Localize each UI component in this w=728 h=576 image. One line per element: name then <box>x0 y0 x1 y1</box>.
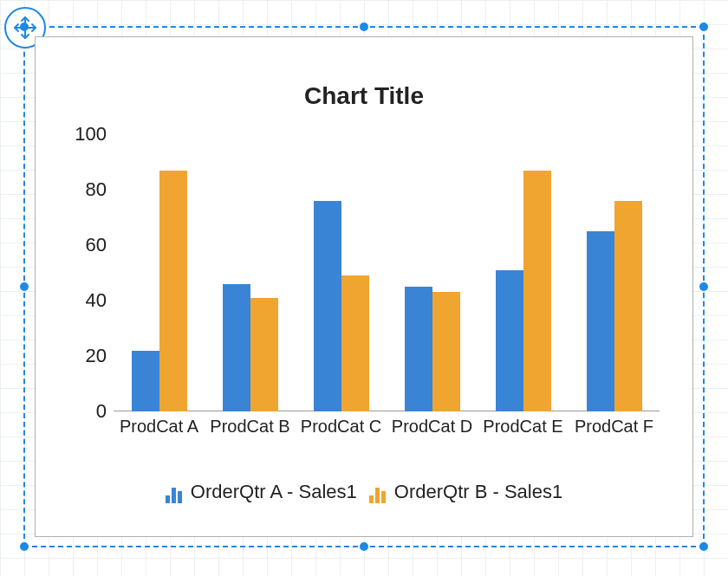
bar-group <box>478 134 569 411</box>
resize-handle-bottom-left[interactable] <box>20 542 29 551</box>
bar-chart-icon <box>369 486 386 503</box>
bar[interactable] <box>250 298 278 411</box>
x-tick-label: ProdCat D <box>387 417 478 437</box>
bar[interactable] <box>614 201 642 411</box>
resize-handle-top-right[interactable] <box>699 23 708 31</box>
y-tick-label: 100 <box>75 123 107 146</box>
legend-item-0[interactable]: OrderQtr A - Sales1 <box>166 481 357 503</box>
y-tick-label: 40 <box>86 289 107 312</box>
legend-label: OrderQtr B - Sales1 <box>394 481 562 503</box>
bar-group <box>387 134 478 411</box>
resize-handle-bottom-right[interactable] <box>699 542 708 551</box>
chart-plot: 020406080100 ProdCat AProdCat BProdCat C… <box>114 134 660 429</box>
bar[interactable] <box>159 171 187 411</box>
bar-group <box>296 134 387 411</box>
bar[interactable] <box>405 287 432 411</box>
bar-group <box>569 134 660 411</box>
legend: OrderQtr A - Sales1 OrderQtr B - Sales1 <box>36 481 692 503</box>
resize-handle-right[interactable] <box>699 282 708 291</box>
y-tick-label: 20 <box>86 345 107 367</box>
x-tick-label: ProdCat E <box>478 417 569 437</box>
bar[interactable] <box>523 171 551 411</box>
bar[interactable] <box>314 201 341 411</box>
legend-item-1[interactable]: OrderQtr B - Sales1 <box>369 481 562 503</box>
y-tick-label: 0 <box>96 400 107 423</box>
bar[interactable] <box>132 351 159 411</box>
x-tick-label: ProdCat F <box>569 417 660 437</box>
resize-handle-bottom[interactable] <box>360 542 368 551</box>
bar[interactable] <box>223 284 250 411</box>
resize-handle-top-left[interactable] <box>20 23 29 31</box>
bar[interactable] <box>341 275 369 411</box>
chart-container[interactable]: Chart Title 020406080100 ProdCat AProdCa… <box>35 36 693 537</box>
y-tick-label: 80 <box>86 178 107 201</box>
bar[interactable] <box>587 231 614 411</box>
x-tick-label: ProdCat B <box>205 417 296 437</box>
resize-handle-top[interactable] <box>360 23 368 31</box>
plot-area: 020406080100 <box>114 134 660 411</box>
resize-handle-left[interactable] <box>20 282 29 291</box>
chart-title[interactable]: Chart Title <box>36 82 692 110</box>
y-tick-label: 60 <box>86 234 107 256</box>
x-tick-label: ProdCat A <box>114 417 205 437</box>
legend-label: OrderQtr A - Sales1 <box>191 481 357 503</box>
bar-group <box>114 134 205 411</box>
bar[interactable] <box>432 292 460 411</box>
x-axis-labels: ProdCat AProdCat BProdCat CProdCat DProd… <box>114 417 660 437</box>
x-tick-label: ProdCat C <box>296 417 387 437</box>
bar[interactable] <box>496 270 523 411</box>
bar-groups <box>114 134 660 411</box>
bar-chart-icon <box>166 486 182 503</box>
bar-group <box>205 134 296 411</box>
